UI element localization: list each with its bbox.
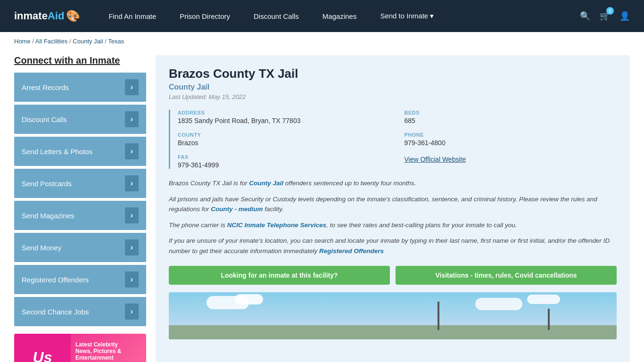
arrow-icon: › bbox=[125, 272, 139, 288]
cloud-2 bbox=[235, 294, 263, 304]
sidebar-item-discount-calls[interactable]: Discount Calls › bbox=[14, 105, 146, 134]
facility-type: County Jail bbox=[169, 83, 617, 91]
arrow-icon: › bbox=[125, 207, 139, 223]
county-field: COUNTY Brazos bbox=[178, 132, 390, 147]
sidebar-item-label: Send Letters & Photos bbox=[22, 148, 92, 156]
arrow-icon: › bbox=[125, 175, 139, 191]
arrow-icon: › bbox=[125, 79, 139, 95]
breadcrumb-county-jail[interactable]: County Jail bbox=[73, 38, 103, 45]
cloud-3 bbox=[475, 298, 522, 310]
registered-offenders-link[interactable]: Registered Offenders bbox=[319, 247, 384, 255]
sidebar-item-label: Send Postcards bbox=[22, 180, 72, 188]
sidebar: Connect with an Inmate Arrest Records › … bbox=[14, 55, 146, 362]
search-icon[interactable]: 🔍 bbox=[580, 11, 590, 21]
breadcrumb: Home / All Facilities / County Jail / Te… bbox=[0, 32, 644, 50]
ad-text: Latest CelebrityNews, Pictures &Entertai… bbox=[71, 337, 126, 362]
sidebar-item-send-letters[interactable]: Send Letters & Photos › bbox=[14, 137, 146, 166]
phone-field: PHONE 979-361-4800 bbox=[405, 132, 617, 147]
ad-headline: Latest CelebrityNews, Pictures &Entertai… bbox=[75, 341, 121, 361]
sidebar-item-registered-offenders[interactable]: Registered Offenders › bbox=[14, 265, 146, 294]
user-icon[interactable]: 👤 bbox=[619, 11, 630, 21]
facility-updated: Last Updated: May 15, 2022 bbox=[169, 93, 617, 100]
nav-prison-directory[interactable]: Prison Directory bbox=[180, 12, 230, 20]
breadcrumb-home[interactable]: Home bbox=[14, 38, 31, 45]
main-content: Connect with an Inmate Arrest Records › … bbox=[0, 50, 644, 362]
logo-icon: 🎨 bbox=[66, 9, 80, 23]
logo[interactable]: inmateAid 🎨 bbox=[14, 9, 80, 23]
beds-field: BEDS 685 bbox=[405, 110, 617, 124]
county-label: COUNTY bbox=[178, 132, 390, 138]
utility-pole-2 bbox=[548, 309, 550, 330]
site-header: inmateAid 🎨 Find An Inmate Prison Direct… bbox=[0, 0, 644, 32]
fax-field: FAX 979-361-4999 bbox=[178, 154, 390, 169]
beds-value: 685 bbox=[405, 117, 617, 124]
sidebar-menu: Arrest Records › Discount Calls › Send L… bbox=[14, 73, 146, 326]
arrow-icon: › bbox=[125, 111, 139, 127]
sidebar-item-label: Discount Calls bbox=[22, 115, 67, 123]
beds-label: BEDS bbox=[405, 110, 617, 115]
sidebar-item-label: Arrest Records bbox=[22, 83, 69, 91]
arrow-icon: › bbox=[125, 143, 139, 159]
cart-icon[interactable]: 🛒 0 bbox=[600, 11, 610, 21]
utility-pole-1 bbox=[438, 302, 439, 330]
sidebar-item-second-chance-jobs[interactable]: Second Chance Jobs › bbox=[14, 297, 146, 326]
address-label: ADDRESS bbox=[178, 110, 390, 115]
phone-label: PHONE bbox=[405, 132, 617, 138]
sidebar-item-arrest-records[interactable]: Arrest Records › bbox=[14, 73, 146, 102]
main-nav: Find An Inmate Prison Directory Discount… bbox=[108, 12, 561, 20]
action-buttons: Looking for an inmate at this facility? … bbox=[169, 266, 617, 285]
desc-para-1: Brazos County TX Jail is for County Jail… bbox=[169, 178, 617, 189]
nav-send-to-inmate[interactable]: Send to Inmate ▾ bbox=[380, 12, 434, 20]
sidebar-item-label: Registered Offenders bbox=[22, 276, 89, 284]
desc-para-2: All prisons and jails have Security or C… bbox=[169, 194, 617, 214]
facility-name: Brazos County TX Jail bbox=[169, 66, 617, 81]
nav-discount-calls[interactable]: Discount Calls bbox=[254, 12, 299, 20]
fax-value: 979-361-4999 bbox=[178, 161, 390, 169]
ncic-link[interactable]: NCIC Inmate Telephone Services bbox=[227, 222, 326, 229]
cloud-4 bbox=[527, 295, 560, 304]
breadcrumb-texas[interactable]: Texas bbox=[108, 38, 124, 45]
sidebar-item-send-postcards[interactable]: Send Postcards › bbox=[14, 169, 146, 198]
sidebar-item-send-magazines[interactable]: Send Magazines › bbox=[14, 201, 146, 230]
ad-banner[interactable]: Us Latest CelebrityNews, Pictures &Enter… bbox=[14, 334, 146, 362]
desc-para-3: The phone carrier is NCIC Inmate Telepho… bbox=[169, 220, 617, 230]
sidebar-item-label: Send Magazines bbox=[22, 212, 74, 220]
county-medium-link[interactable]: County - medium bbox=[211, 206, 263, 213]
nav-find-inmate[interactable]: Find An Inmate bbox=[108, 12, 156, 20]
sidebar-title: Connect with an Inmate bbox=[14, 55, 146, 66]
arrow-icon: › bbox=[125, 304, 139, 320]
fax-label: FAX bbox=[178, 154, 390, 160]
facility-photo bbox=[169, 292, 617, 339]
address-value: 1835 Sandy Point Road, Bryan, TX 77803 bbox=[178, 117, 390, 124]
facility-info-grid: ADDRESS 1835 Sandy Point Road, Bryan, TX… bbox=[169, 110, 617, 169]
visitations-button[interactable]: Visitations - times, rules, Covid cancel… bbox=[396, 266, 617, 285]
phone-value: 979-361-4800 bbox=[405, 139, 617, 147]
facility-detail: Brazos County TX Jail County Jail Last U… bbox=[156, 55, 630, 362]
sidebar-item-label: Second Chance Jobs bbox=[22, 308, 89, 316]
website-link[interactable]: View Official Website bbox=[405, 156, 466, 163]
ground-background bbox=[169, 325, 617, 339]
header-icons: 🔍 🛒 0 👤 bbox=[580, 11, 630, 21]
facility-description: Brazos County TX Jail is for County Jail… bbox=[169, 178, 617, 256]
desc-para-4: If you are unsure of your inmate's locat… bbox=[169, 236, 617, 256]
ad-brand: Us bbox=[14, 334, 71, 362]
address-field: ADDRESS 1835 Sandy Point Road, Bryan, TX… bbox=[178, 110, 390, 124]
cart-badge: 0 bbox=[606, 7, 614, 15]
find-inmate-button[interactable]: Looking for an inmate at this facility? bbox=[169, 266, 390, 285]
county-value: Brazos bbox=[178, 139, 390, 147]
sidebar-item-send-money[interactable]: Send Money › bbox=[14, 233, 146, 262]
website-field: View Official Website bbox=[405, 154, 617, 169]
logo-text: inmateAid bbox=[14, 10, 64, 22]
nav-magazines[interactable]: Magazines bbox=[322, 12, 357, 20]
arrow-icon: › bbox=[125, 239, 139, 255]
county-jail-link[interactable]: County Jail bbox=[249, 180, 283, 187]
sidebar-item-label: Send Money bbox=[22, 244, 61, 252]
breadcrumb-all-facilities[interactable]: All Facilities bbox=[35, 38, 68, 45]
